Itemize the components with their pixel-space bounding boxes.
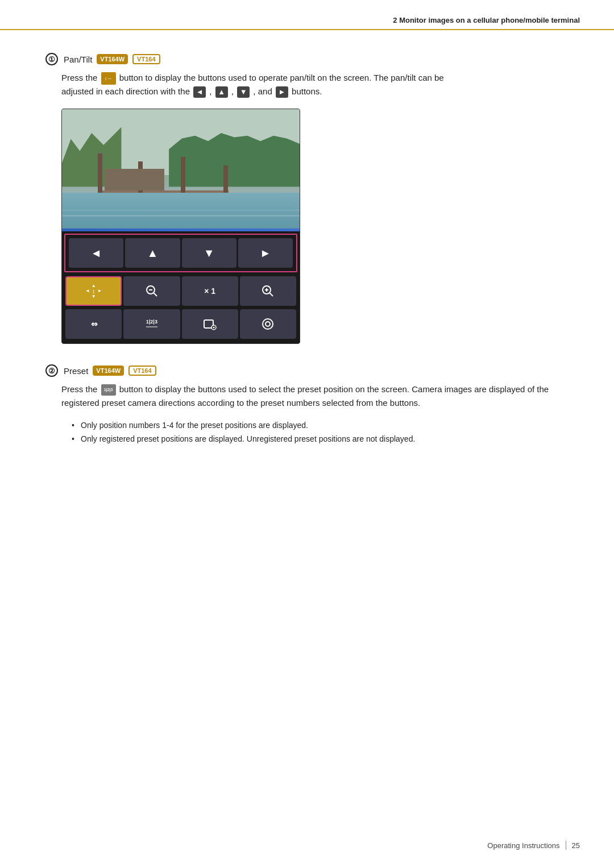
section1-title-row: ① Pan/Tilt VT164W VT164 [45, 53, 569, 65]
bullet-text-1: Only position numbers 1-4 for the preset… [81, 421, 308, 430]
camera-feed [62, 109, 300, 229]
preset-icon-inline: 1|2|3 [101, 384, 116, 396]
dir-btn-up[interactable]: ▲ [125, 238, 180, 268]
section2-badge1: VT164W [93, 366, 124, 376]
svg-point-11 [265, 322, 270, 326]
desc-press-the: Press the [61, 73, 97, 82]
section1-badge2: VT164 [132, 54, 160, 64]
arrow-left-inline: ◄ [193, 86, 206, 98]
preset-icon: 1|2|3 [146, 319, 157, 329]
flip-btn[interactable]: ⇔ [65, 309, 122, 339]
control-row3: ⇔ 1|2|3 [62, 308, 300, 343]
control-row2: ▲ ◄ ↕ ► ▼ [62, 275, 300, 308]
scene-container [62, 109, 300, 229]
section2-num: ② [45, 364, 58, 377]
zoom-in-btn[interactable] [240, 276, 296, 306]
svg-point-9 [213, 327, 215, 329]
flip-icon: ⇔ [91, 319, 97, 329]
section-preset: ② Preset VT164W VT164 Press the 1|2|3 bu… [45, 364, 569, 446]
section1-title: Pan/Tilt [64, 55, 92, 64]
page-header: 2 Monitor images on a cellular phone/mob… [0, 0, 614, 30]
section2-badge2: VT164 [128, 366, 156, 376]
preset-btn[interactable]: 1|2|3 [123, 309, 180, 339]
pantilt-icon: ▲ ◄ ↕ ► ▼ [85, 284, 102, 299]
record-icon [203, 317, 217, 331]
scene-treeline [169, 133, 300, 187]
zoom-out-icon [145, 284, 159, 298]
section2-desc: Press the 1|2|3 button to display the bu… [61, 383, 569, 410]
section2-desc-text: button to display the buttons used to se… [61, 384, 549, 408]
dock-post3 [181, 157, 185, 195]
direction-buttons-row: ◄ ▲ ▼ ► [64, 234, 297, 272]
page-content: ① Pan/Tilt VT164W VT164 Press the ↕↔ but… [0, 30, 614, 489]
pantilt-toggle-btn[interactable]: ▲ ◄ ↕ ► ▼ [65, 276, 122, 306]
zoom-1x-btn[interactable]: × 1 [182, 276, 238, 306]
desc-and: , and [253, 86, 275, 96]
settings-icon [260, 317, 275, 331]
dir-btn-down[interactable]: ▼ [182, 238, 237, 268]
bullet-item-1: Only position numbers 1-4 for the preset… [72, 419, 569, 433]
arrow-right-inline: ► [276, 86, 288, 98]
settings-btn[interactable] [240, 309, 296, 339]
bullet-list: Only position numbers 1-4 for the preset… [72, 419, 569, 446]
scene-water [62, 193, 300, 229]
camera-ui: ◄ ▲ ▼ ► ▲ ◄ ↕ ► ▼ [61, 109, 300, 344]
water-reflection2 [62, 210, 300, 211]
dock-structure1 [105, 169, 164, 190]
section1-badge1: VT164W [97, 54, 128, 64]
dock-post4 [223, 165, 228, 196]
zoom-out-btn[interactable] [123, 276, 180, 306]
svg-point-10 [263, 319, 273, 329]
pantilt-icon-inline: ↕↔ [101, 72, 116, 85]
svg-line-2 [154, 293, 157, 296]
section-pantilt: ① Pan/Tilt VT164W VT164 Press the ↕↔ but… [45, 53, 569, 344]
section1-desc: Press the ↕↔ button to display the butto… [61, 71, 569, 98]
footer-divider [566, 841, 566, 850]
dir-btn-right[interactable]: ► [238, 238, 293, 268]
footer-page: 25 [572, 841, 580, 850]
footer-label: Operating Instructions [487, 841, 559, 850]
blue-bar [62, 229, 300, 231]
zoom-in-icon [261, 284, 275, 298]
section2-title: Preset [64, 366, 88, 376]
page-footer: Operating Instructions 25 [487, 841, 580, 850]
bullet-item-2: Only registered preset positions are dis… [72, 433, 569, 446]
arrow-up-inline: ▲ [215, 86, 228, 98]
desc-buttons: buttons. [292, 86, 322, 96]
dock-post1 [98, 153, 102, 196]
zoom-label: × 1 [204, 286, 215, 296]
section1-num: ① [45, 53, 58, 65]
dir-btn-left[interactable]: ◄ [69, 238, 123, 268]
section2-desc-press: Press the [61, 384, 100, 394]
section2-title-row: ② Preset VT164W VT164 [45, 364, 569, 377]
bullet-text-2: Only registered preset positions are dis… [81, 434, 415, 443]
record-btn[interactable] [182, 309, 238, 339]
water-reflection1 [62, 215, 300, 217]
header-text: 2 Monitor images on a cellular phone/mob… [393, 16, 580, 24]
arrow-down-inline: ▼ [237, 86, 250, 98]
svg-line-6 [269, 293, 273, 296]
